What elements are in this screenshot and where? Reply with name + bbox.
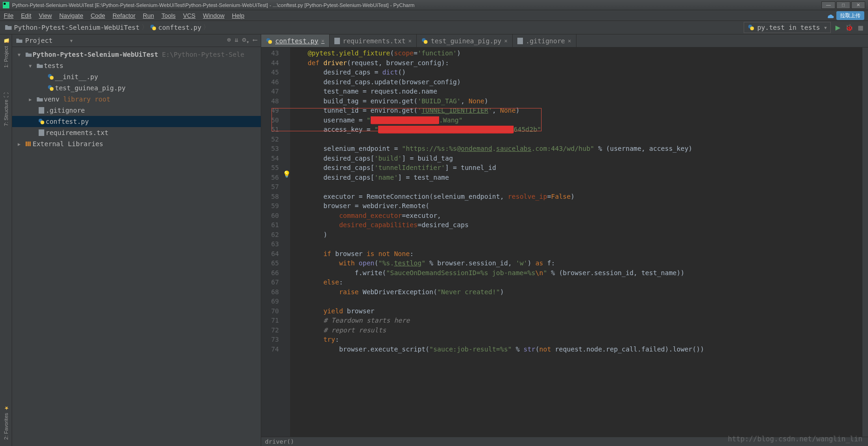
menu-vcs[interactable]: VCS: [183, 12, 196, 19]
menu-view[interactable]: View: [39, 12, 52, 19]
breadcrumb-root[interactable]: Python-Pytest-Selenium-WebUiTest: [14, 24, 140, 31]
chevron-down-icon[interactable]: ▼: [29, 63, 35, 68]
structure-icon: ⛶: [3, 93, 9, 98]
target-icon[interactable]: ⊕: [227, 36, 231, 45]
svg-rect-16: [29, 142, 31, 146]
chevron-right-icon: 〉: [142, 23, 148, 32]
hide-icon[interactable]: ⟵: [253, 36, 257, 45]
menu-bar: File Edit View Navigate Code Refactor Ru…: [0, 10, 868, 21]
menu-window[interactable]: Window: [203, 12, 224, 19]
tree-root-path: E:\Python-Pytest-Sele: [162, 51, 244, 58]
menu-help[interactable]: Help: [232, 12, 244, 19]
tree-file-requirements[interactable]: requirements.txt: [12, 127, 261, 138]
chevron-right-icon[interactable]: ▶: [18, 142, 24, 147]
folder-icon: 📁: [3, 38, 9, 44]
folder-icon: [5, 24, 12, 31]
svg-rect-10: [39, 107, 44, 114]
library-icon: [24, 141, 33, 147]
folder-icon: [35, 96, 44, 102]
main-area: 1: Project📁 7: Structure⛶ 2: Favorites★ …: [0, 34, 868, 446]
tree-external-libraries[interactable]: ▶ External Libraries: [12, 138, 261, 149]
minimize-button[interactable]: —: [821, 1, 835, 9]
tab-conftest[interactable]: conftest.py ×: [261, 34, 330, 47]
tree-file-guinea[interactable]: test_guinea_pig.py: [12, 82, 261, 94]
pycharm-icon: [3, 2, 9, 8]
collapse-icon[interactable]: ⇊: [235, 36, 238, 45]
tree-file-init[interactable]: __init__.py: [12, 71, 261, 82]
code-content[interactable]: @pytest.yield_fixture(scope='function') …: [290, 47, 862, 437]
menu-refactor[interactable]: Refactor: [113, 12, 136, 19]
tree-file-gitignore[interactable]: .gitignore: [12, 105, 261, 116]
run-config-select[interactable]: py.test in tests: [744, 22, 831, 33]
svg-rect-22: [517, 38, 523, 44]
svg-rect-19: [334, 38, 340, 44]
run-config-label: py.test in tests: [757, 24, 820, 31]
left-tool-gutter: 1: Project📁 7: Structure⛶ 2: Favorites★: [0, 34, 12, 446]
more-icon[interactable]: ▦: [858, 24, 863, 31]
project-panel-title: Project: [25, 37, 53, 44]
cloud-sync-button[interactable]: 拉取上传: [836, 11, 864, 20]
close-icon[interactable]: ×: [321, 38, 325, 44]
svg-point-18: [268, 40, 272, 44]
svg-point-12: [41, 121, 44, 124]
tab-requirements[interactable]: requirements.txt ×: [330, 34, 417, 47]
file-icon: [334, 38, 340, 44]
close-icon[interactable]: ×: [568, 38, 571, 44]
svg-point-3: [152, 27, 156, 30]
tab-guinea-pig[interactable]: test_guinea_pig.py ×: [417, 34, 513, 47]
python-file-icon: [421, 38, 428, 44]
breadcrumb-file[interactable]: conftest.py: [158, 24, 202, 31]
watermark-text: http://blog.csdn.net/wanglin_lin: [728, 435, 862, 443]
pytest-icon: [748, 24, 754, 31]
menu-edit[interactable]: Edit: [21, 12, 31, 19]
tree-file-conftest[interactable]: conftest.py: [12, 116, 261, 127]
svg-point-7: [50, 76, 54, 80]
tree-root[interactable]: ▼ Python-Pytest-Selenium-WebUiTest E:\Py…: [12, 49, 261, 60]
favorites-tool-button[interactable]: 2: Favorites★: [3, 403, 9, 441]
python-file-icon: [47, 85, 55, 91]
editor-right-strip: [862, 47, 868, 437]
cloud-icon[interactable]: [826, 12, 834, 19]
window-title: Python-Pytest-Selenium-WebUiTest [E:\Pyt…: [12, 2, 821, 8]
debug-button[interactable]: 🐞: [845, 24, 853, 31]
breadcrumb: Python-Pytest-Selenium-WebUiTest 〉 conft…: [5, 23, 210, 32]
python-file-icon: [266, 38, 272, 44]
close-button[interactable]: ✕: [851, 1, 865, 9]
tree-root-label: Python-Pytest-Selenium-WebUiTest: [33, 51, 158, 58]
menu-navigate[interactable]: Navigate: [59, 12, 83, 19]
svg-rect-15: [27, 142, 29, 146]
code-editor[interactable]: 43 44 45 46 47 48 49 50 51 52 53 54 55 5…: [261, 47, 868, 437]
maximize-button[interactable]: □: [836, 1, 850, 9]
file-icon: [517, 38, 523, 44]
file-icon: [37, 107, 46, 114]
menu-file[interactable]: File: [4, 12, 14, 19]
menu-run[interactable]: Run: [143, 12, 154, 19]
title-bar: Python-Pytest-Selenium-WebUiTest [E:\Pyt…: [0, 0, 868, 10]
menu-code[interactable]: Code: [91, 12, 105, 19]
chevron-down-icon[interactable]: ▼: [18, 52, 24, 57]
close-icon[interactable]: ×: [504, 38, 508, 44]
tree-folder-tests[interactable]: ▼ tests: [12, 60, 261, 71]
tree-folder-venv[interactable]: ▶ venv library root: [12, 94, 261, 105]
tab-gitignore[interactable]: .gitignore ×: [513, 34, 576, 47]
menu-tools[interactable]: Tools: [162, 12, 176, 19]
lightbulb-icon[interactable]: 💡: [283, 170, 291, 178]
structure-tool-button[interactable]: 7: Structure⛶: [3, 91, 9, 128]
project-tool-button[interactable]: 1: Project📁: [3, 36, 9, 69]
chevron-down-icon[interactable]: ▾: [69, 37, 73, 44]
chevron-right-icon[interactable]: ▶: [29, 97, 35, 102]
folder-icon: [16, 38, 22, 43]
close-icon[interactable]: ×: [408, 38, 412, 44]
editor-tab-bar: conftest.py × requirements.txt × test_gu…: [261, 34, 868, 47]
run-button[interactable]: ▶: [835, 24, 841, 31]
svg-rect-14: [26, 142, 27, 146]
project-panel-header: Project ▾ ⊕ ⇊ ⚙▾ ⟵: [12, 34, 261, 47]
breadcrumb-bar: Python-Pytest-Selenium-WebUiTest 〉 conft…: [0, 21, 868, 34]
svg-point-9: [50, 87, 54, 91]
window-controls: — □ ✕: [821, 1, 865, 9]
file-icon: [37, 129, 46, 136]
project-tree[interactable]: ▼ Python-Pytest-Selenium-WebUiTest E:\Py…: [12, 47, 261, 151]
editor-area: conftest.py × requirements.txt × test_gu…: [261, 34, 868, 446]
star-icon: ★: [3, 405, 9, 411]
gear-icon[interactable]: ⚙▾: [242, 36, 249, 45]
